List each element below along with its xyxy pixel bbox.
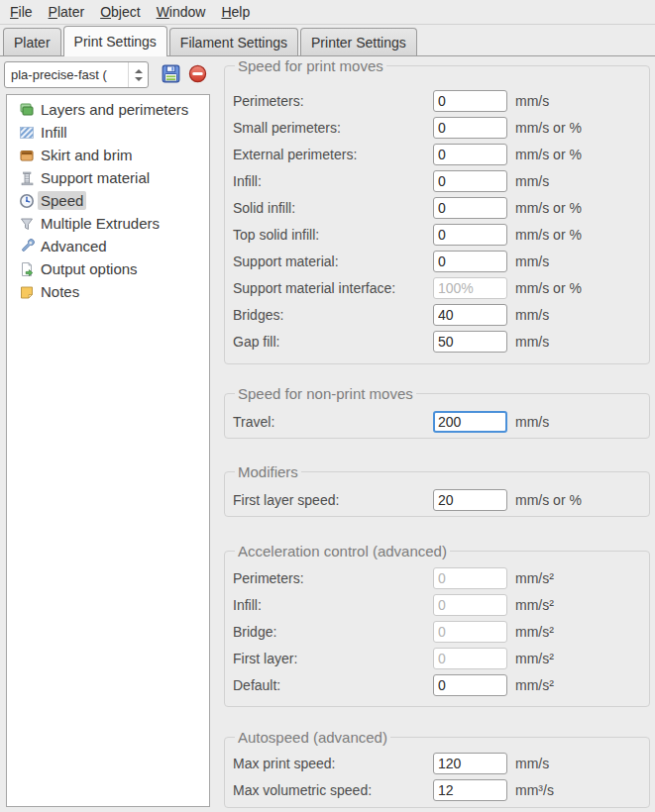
settings-row: Solid infill: mm/s or % xyxy=(233,194,641,221)
settings-category-tree: Layers and perimeters Infill xyxy=(6,94,210,807)
settings-row: Bridges: mm/s xyxy=(233,301,641,328)
infill-icon xyxy=(19,125,35,141)
notes-icon xyxy=(19,284,35,300)
menu-file[interactable]: File xyxy=(2,1,41,23)
menu-help[interactable]: Help xyxy=(213,1,258,23)
unit-label: mm/s² xyxy=(515,651,554,666)
unit-label: mm/s xyxy=(515,254,549,269)
slic3r-window: File Plater Object Window Help Plater Pr… xyxy=(0,0,655,56)
speed-icon xyxy=(19,193,35,209)
unit-label: mm/s xyxy=(515,93,549,109)
field-label: Perimeters: xyxy=(233,570,433,586)
tab-printer-settings[interactable]: Printer Settings xyxy=(300,28,417,55)
tree-item-label: Skirt and brim xyxy=(41,147,133,163)
tab-plater[interactable]: Plater xyxy=(3,28,61,55)
unit-label: mm/s xyxy=(515,307,549,323)
infill-speed-input[interactable] xyxy=(433,170,507,192)
support-material-interface-input xyxy=(433,277,507,299)
skirt-icon xyxy=(19,148,35,163)
settings-row: Max print speed: mm/s xyxy=(233,750,641,776)
spinner-arrows-icon[interactable] xyxy=(128,62,148,87)
group-title: Acceleration control (advanced) xyxy=(235,543,450,559)
field-label: Bridges: xyxy=(233,307,433,323)
menu-object[interactable]: Object xyxy=(92,1,148,23)
group-speed-for-non-print-moves: Speed for non-print moves Travel: mm/s xyxy=(224,385,650,439)
unit-label: mm/s xyxy=(515,173,549,189)
extruders-icon xyxy=(19,216,35,232)
unit-label: mm/s or % xyxy=(515,280,582,296)
preset-select[interactable]: pla-precise-fast ( xyxy=(4,61,149,88)
preset-value: pla-precise-fast ( xyxy=(5,67,128,82)
settings-panel: Speed for print moves Perimeters: mm/s S… xyxy=(224,56,650,812)
external-perimeters-input[interactable] xyxy=(433,144,507,165)
settings-row: Infill: mm/s² xyxy=(233,591,641,618)
unit-label: mm/s xyxy=(515,414,549,430)
max-volumetric-speed-input[interactable] xyxy=(433,779,507,801)
settings-row: Gap fill: mm/s xyxy=(233,328,641,355)
support-material-input[interactable] xyxy=(433,251,507,272)
accel-bridge-input xyxy=(433,621,507,643)
unit-label: mm/s² xyxy=(515,624,554,640)
accel-perimeters-input xyxy=(433,567,507,589)
settings-row: First layer speed: mm/s or % xyxy=(233,486,641,513)
unit-label: mm/s or % xyxy=(515,120,582,136)
field-label: Top solid infill: xyxy=(233,227,433,243)
tree-item-output-options[interactable]: Output options xyxy=(7,257,209,280)
group-acceleration-control: Acceleration control (advanced) Perimete… xyxy=(224,543,650,707)
tree-item-layers-and-perimeters[interactable]: Layers and perimeters xyxy=(7,98,209,121)
max-print-speed-input[interactable] xyxy=(433,753,507,774)
group-title: Speed for print moves xyxy=(235,57,386,74)
print-settings-page: pla-precise-fast ( xyxy=(0,56,655,812)
delete-circle-icon xyxy=(188,64,207,83)
settings-row: Perimeters: mm/s² xyxy=(233,564,641,591)
tree-item-label: Layers and perimeters xyxy=(41,101,188,118)
tree-item-advanced[interactable]: Advanced xyxy=(7,235,209,257)
solid-infill-input[interactable] xyxy=(433,197,507,219)
settings-row: Top solid infill: mm/s or % xyxy=(233,221,641,248)
tab-print-settings[interactable]: Print Settings xyxy=(63,26,167,56)
bridges-input[interactable] xyxy=(433,304,507,326)
tree-item-label: Advanced xyxy=(41,238,107,254)
menu-window[interactable]: Window xyxy=(149,1,214,23)
group-title: Speed for non-print moves xyxy=(235,385,416,402)
tree-item-skirt-and-brim[interactable]: Skirt and brim xyxy=(7,144,209,166)
tab-filament-settings[interactable]: Filament Settings xyxy=(169,28,298,55)
group-speed-for-print-moves: Speed for print moves Perimeters: mm/s S… xyxy=(224,57,650,364)
tab-bar: Plater Print Settings Filament Settings … xyxy=(0,25,655,56)
tree-item-speed[interactable]: Speed xyxy=(7,189,209,212)
unit-label: mm/s or % xyxy=(515,147,582,162)
unit-label: mm/s² xyxy=(515,677,554,693)
menu-plater[interactable]: Plater xyxy=(41,1,93,23)
first-layer-speed-input[interactable] xyxy=(433,489,507,511)
tree-item-infill[interactable]: Infill xyxy=(7,121,209,144)
tree-item-label: Notes xyxy=(41,283,79,300)
field-label: Perimeters: xyxy=(233,93,433,109)
field-label: Infill: xyxy=(233,173,433,189)
tree-item-label: Speed xyxy=(38,191,86,210)
save-preset-button[interactable] xyxy=(161,64,180,84)
group-modifiers: Modifiers First layer speed: mm/s or % xyxy=(224,463,650,517)
gap-fill-input[interactable] xyxy=(433,331,507,353)
tree-item-notes[interactable]: Notes xyxy=(7,280,209,303)
perimeters-input[interactable] xyxy=(433,90,507,112)
settings-row: Support material: mm/s xyxy=(233,248,641,274)
unit-label: mm/s² xyxy=(515,597,554,613)
tree-item-support-material[interactable]: Support material xyxy=(7,166,209,189)
tree-item-multiple-extruders[interactable]: Multiple Extruders xyxy=(7,212,209,235)
accel-infill-input xyxy=(433,594,507,616)
field-label: Max volumetric speed: xyxy=(233,782,433,798)
delete-preset-button[interactable] xyxy=(187,64,207,84)
settings-row: Bridge: mm/s² xyxy=(233,618,641,645)
travel-input[interactable] xyxy=(433,411,507,433)
settings-row: Travel: mm/s xyxy=(233,408,641,435)
field-label: Support material interface: xyxy=(233,280,433,296)
small-perimeters-input[interactable] xyxy=(433,117,507,139)
settings-row: Perimeters: mm/s xyxy=(233,87,641,114)
tree-item-label: Infill xyxy=(41,124,67,141)
group-autospeed: Autospeed (advanced) Max print speed: mm… xyxy=(224,729,650,808)
top-solid-infill-input[interactable] xyxy=(433,224,507,246)
accel-first-layer-input xyxy=(433,648,507,669)
layers-icon xyxy=(19,102,35,118)
accel-default-input[interactable] xyxy=(433,674,507,696)
field-label: Max print speed: xyxy=(233,756,433,771)
